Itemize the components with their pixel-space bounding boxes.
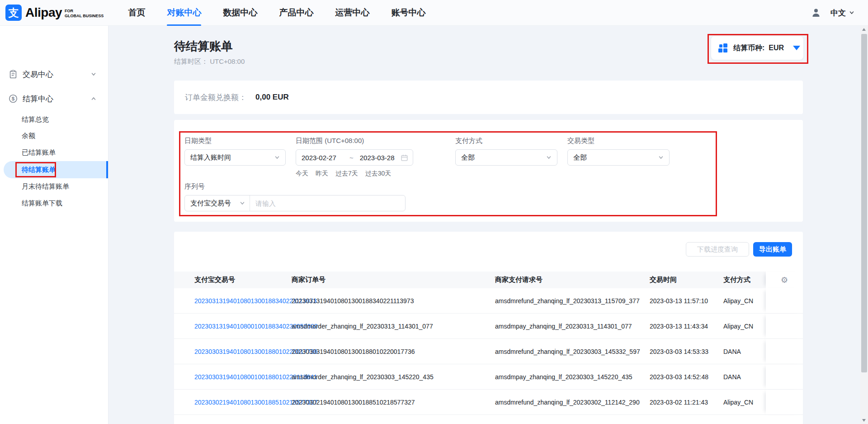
sidebar-item-settlement-overview[interactable]: 结算总览 [0,111,108,128]
gear-icon[interactable]: ⚙ [781,275,788,285]
alipay-logo-icon: 支 [5,5,22,21]
sidebar-item-pending-settlement-bills[interactable]: 待结算账单 [0,161,108,178]
date-start-input[interactable] [302,154,349,162]
txn-id-link[interactable]: 20230303194010801300188010220017736 [174,348,292,355]
txn-id-link[interactable]: 20230303194010800100188010229113641 [174,373,292,381]
sidebar-item-month-end-pending-bills[interactable]: 月末待结算账单 [0,178,108,195]
sidebar-item-label: 余额 [22,132,35,140]
sidebar: 交易中心 $ 结算中心 结算总览 余额 已结算账单 待结 [0,26,108,424]
quick-range-yesterday[interactable]: 昨天 [316,170,328,178]
sidebar-group-label: 结算中心 [23,94,53,104]
settlement-currency-selector[interactable]: 结算币种: EUR [711,36,803,60]
date-end-input[interactable] [360,154,407,162]
user-avatar-icon[interactable] [811,7,821,18]
pinned-cell [766,339,803,364]
nav-item-product-center[interactable]: 产品中心 [268,0,324,26]
page-title: 待结算账单 [174,38,233,54]
serial-number-input[interactable] [250,195,405,211]
chevron-down-icon [546,155,552,160]
table-row: 20230313194010801300188340221113973 2023… [174,288,803,314]
quick-range-last7days[interactable]: 过去7天 [335,170,358,178]
date-range-picker[interactable]: ~ [296,149,413,166]
date-type-filter: 日期类型 结算入账时间 [184,137,286,166]
calendar-icon[interactable] [401,154,408,162]
table-row: 20230303194010800100188010229113641 amsd… [174,364,803,390]
txn-id-link[interactable]: 20230313194010801300188340221113973 [174,297,292,305]
filter-card: 日期类型 结算入账时间 日期范围 (UTC+08:00) ~ [174,120,803,222]
quick-range-today[interactable]: 今天 [296,170,308,178]
table-row: 20230313194010800100188340230052600 amsd… [174,314,803,339]
clipboard-icon [8,69,18,79]
scrollbar-down-arrow[interactable] [862,419,866,422]
timezone-info: 结算时区： UTC+08:00 [174,57,245,66]
trans-time-cell: 2023-03-02 11:21:43 [650,399,723,406]
export-bill-button[interactable]: 导出账单 [753,242,792,257]
col-header-trans-time: 交易时间 [650,276,723,284]
order-no-cell: amsdmorder_zhanqing_lf_20230303_145220_4… [292,373,495,381]
pay-method-select[interactable]: 全部 [455,149,557,166]
pinned-cell [766,314,803,338]
txn-id-link[interactable]: 20230313194010800100188340230052600 [174,323,292,330]
serial-number-label: 序列号 [184,182,406,191]
app-root: 支 Alipay FOR GLOBAL BUSINESS 首页 对账中心 数据中… [0,0,868,424]
pinned-cell [766,288,803,313]
sidebar-item-settlement-bill-download[interactable]: 结算账单下载 [0,195,108,212]
sidebar-group-label: 交易中心 [23,69,53,80]
chevron-down-icon [658,155,664,160]
pay-request-no-cell: amsdmpay_zhanqing_lf_20230303_145220_435 [495,373,650,381]
chevron-up-icon [91,96,96,101]
scrollbar-thumb[interactable] [861,34,867,372]
chevron-down-icon [91,71,96,77]
table-row: 20230303194010801300188010220017736 2023… [174,339,803,364]
sidebar-item-balance[interactable]: 余额 [0,127,108,144]
sidebar-item-label: 已结算账单 [22,148,56,157]
date-range-label: 日期范围 (UTC+08:00) [296,137,413,145]
quick-range-links: 今天 昨天 过去7天 过去30天 [296,170,413,178]
sidebar-item-settled-bills[interactable]: 已结算账单 [0,144,108,161]
sidebar-group-trade-center[interactable]: 交易中心 [0,66,108,82]
serial-number-control: 支付宝交易号 [184,195,406,211]
col-header-pay-method: 支付方式 [723,276,766,284]
serial-type-select[interactable]: 支付宝交易号 [185,195,250,211]
language-label: 中文 [830,8,846,18]
nav-item-home[interactable]: 首页 [117,0,156,26]
quick-range-last30days[interactable]: 过去30天 [365,170,392,178]
vertical-scrollbar [860,26,868,424]
date-type-select[interactable]: 结算入账时间 [184,149,286,166]
date-type-label: 日期类型 [184,137,286,145]
currency-label: 结算币种: [733,43,764,53]
trans-type-label: 交易类型 [567,137,670,145]
trans-type-select[interactable]: 全部 [567,149,670,166]
nav-item-data-center[interactable]: 数据中心 [212,0,268,26]
brand-tagline-line1: FOR [65,9,104,14]
pay-request-no-cell: amsdmrefund_zhanqing_lf_20230302_112142_… [495,399,650,406]
pinned-cell [766,364,803,389]
sidebar-group-settlement-center[interactable]: $ 结算中心 [0,91,108,107]
trans-type-value: 全部 [573,153,587,162]
table-header: 支付宝交易号 商家订单号 商家支付请求号 交易时间 支付方式 ⚙ [174,272,803,288]
order-no-cell: 20230303194010801300188010220017736 [292,348,495,355]
table-row: 20230302194010801300188510218577327 2023… [174,390,803,415]
download-progress-button[interactable]: 下载进度查询 [686,242,749,257]
pay-method-cell: DANA [723,373,766,381]
nav-item-reconciliation-center[interactable]: 对账中心 [156,0,212,26]
dollar-circle-icon: $ [8,94,18,104]
brand-name: Alipay [25,5,62,20]
pinned-cell [766,390,803,414]
txn-id-link[interactable]: 20230302194010801300188510218577327 [174,399,292,406]
alipay-logo[interactable]: 支 Alipay FOR GLOBAL BUSINESS [5,5,104,21]
pay-method-label: 支付方式 [455,137,557,145]
language-selector[interactable]: 中文 [830,8,854,18]
column-settings-cell: ⚙ [766,272,803,288]
sidebar-item-label: 月末待结算账单 [22,182,69,191]
pay-method-value: 全部 [461,153,475,162]
nav-item-account-center[interactable]: 账号中心 [380,0,436,26]
sidebar-item-label: 结算总览 [22,115,49,124]
date-range-filter: 日期范围 (UTC+08:00) ~ 今天 昨天 过去7天 过去30天 [296,137,413,178]
bill-table: 支付宝交易号 商家订单号 商家支付请求号 交易时间 支付方式 ⚙ 2023031… [174,272,803,415]
scrollbar-up-arrow[interactable] [862,28,866,31]
nav-item-operation-center[interactable]: 运营中心 [324,0,380,26]
top-nav: 支 Alipay FOR GLOBAL BUSINESS 首页 对账中心 数据中… [0,0,868,26]
caret-down-icon [793,46,800,50]
sidebar-item-label: 结算账单下载 [22,199,62,208]
